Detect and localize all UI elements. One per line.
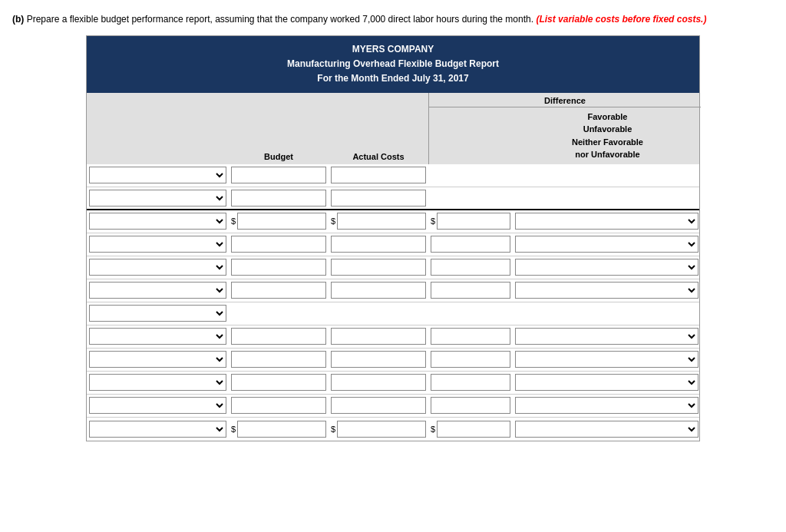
left-headers: Budget Actual Costs [87, 93, 428, 164]
desc-select[interactable] [89, 190, 226, 207]
actual-input[interactable] [331, 374, 426, 391]
diff-type-select[interactable]: FavorableUnfavorableNeither Favorable no… [515, 351, 698, 368]
dollar-sign: $ [331, 216, 335, 226]
diff-type-select[interactable]: FavorableUnfavorableNeither Favorable no… [515, 213, 698, 230]
actual-input[interactable] [337, 421, 426, 438]
diff-amount-input[interactable] [431, 328, 510, 345]
diff-amount-input[interactable] [431, 374, 510, 391]
table-row: FavorableUnfavorableNeither Favorable no… [87, 395, 699, 418]
desc-cell [87, 326, 229, 346]
budget-input[interactable] [237, 213, 326, 230]
budget-input[interactable] [231, 351, 326, 368]
budget-input[interactable] [231, 259, 326, 276]
desc-select[interactable] [89, 351, 226, 368]
actual-input[interactable] [331, 259, 426, 276]
diff-type-select[interactable]: FavorableUnfavorableNeither Favorable no… [515, 397, 698, 414]
actual-cell [329, 188, 428, 208]
budget-input[interactable] [231, 397, 326, 414]
budget-cell: $ [229, 211, 329, 231]
diff-amount-input[interactable] [437, 421, 510, 438]
budget-input[interactable] [231, 328, 326, 345]
diff-amount-cell: $ [428, 419, 513, 439]
diff-type-cell: FavorableUnfavorableNeither Favorable no… [513, 257, 701, 277]
budget-input[interactable] [231, 167, 326, 183]
diff-type-cell: FavorableUnfavorableNeither Favorable no… [513, 395, 701, 415]
diff-amount-input[interactable] [431, 282, 510, 299]
dollar-sign: $ [331, 425, 335, 434]
diff-amount-input[interactable] [431, 236, 510, 253]
diff-type-select[interactable]: FavorableUnfavorableNeither Favorable no… [515, 236, 698, 253]
diff-amount-input[interactable] [437, 213, 510, 230]
diff-type-cell [513, 312, 701, 315]
desc-select[interactable] [89, 236, 226, 253]
table-row: $$$FavorableUnfavorableNeither Favorable… [87, 418, 699, 441]
budget-input[interactable] [231, 236, 326, 253]
diff-type-cell: FavorableUnfavorableNeither Favorable no… [513, 419, 701, 439]
desc-select[interactable] [89, 213, 226, 230]
desc-select[interactable] [89, 397, 226, 414]
desc-select[interactable] [89, 374, 226, 391]
diff-amount-cell [428, 173, 513, 177]
actual-cell [329, 349, 428, 369]
table-row: FavorableUnfavorableNeither Favorable no… [87, 349, 699, 372]
desc-cell [87, 188, 229, 208]
budget-input[interactable] [231, 282, 326, 299]
diff-type-select[interactable]: FavorableUnfavorableNeither Favorable no… [515, 328, 698, 345]
desc-select[interactable] [89, 282, 226, 299]
diff-type-cell: FavorableUnfavorableNeither Favorable no… [513, 372, 701, 392]
diff-amount-cell: $ [428, 211, 513, 231]
desc-cell [87, 165, 229, 185]
budget-input[interactable] [231, 374, 326, 391]
actual-input[interactable] [331, 282, 426, 299]
actual-input[interactable] [331, 351, 426, 368]
desc-select[interactable] [89, 305, 226, 322]
diff-type-select[interactable]: FavorableUnfavorableNeither Favorable no… [515, 421, 698, 438]
diff-amount-cell [428, 372, 513, 392]
desc-select[interactable] [89, 328, 226, 345]
budget-cell [229, 165, 329, 185]
diff-type-cell [513, 197, 701, 200]
report-title-line2: Manufacturing Overhead Flexible Budget R… [90, 57, 696, 71]
diff-type-cell: FavorableUnfavorableNeither Favorable no… [513, 280, 701, 300]
diff-type-select[interactable]: FavorableUnfavorableNeither Favorable no… [515, 374, 698, 391]
actual-cell [329, 372, 428, 392]
diff-amount-cell [428, 326, 513, 346]
table-row: $$$FavorableUnfavorableNeither Favorable… [87, 210, 699, 233]
diff-amount-input[interactable] [431, 397, 510, 414]
dollar-sign: $ [431, 425, 435, 434]
diff-type-select[interactable]: FavorableUnfavorableNeither Favorable no… [515, 259, 698, 276]
diff-type-cell: FavorableUnfavorableNeither Favorable no… [513, 211, 701, 231]
budget-cell [229, 326, 329, 346]
dollar-sign: $ [431, 216, 435, 226]
budget-cell [229, 349, 329, 369]
desc-select[interactable] [89, 421, 226, 438]
table-row [87, 302, 699, 325]
diff-amount-input[interactable] [431, 351, 510, 368]
column-headers: Budget Actual Costs Difference Favorable… [87, 93, 699, 164]
actual-input[interactable] [331, 328, 426, 345]
actual-input[interactable] [331, 167, 426, 183]
budget-cell [229, 234, 329, 254]
desc-select[interactable] [89, 259, 226, 276]
intro-text: Prepare a flexible budget performance re… [24, 14, 533, 25]
actual-input[interactable] [331, 190, 426, 207]
actual-cell: $ [329, 419, 428, 439]
diff-amount-cell [428, 197, 513, 200]
budget-cell [229, 395, 329, 415]
diff-type-select[interactable]: FavorableUnfavorableNeither Favorable no… [515, 282, 698, 299]
col-budget-header: Budget [229, 149, 329, 164]
diff-amount-input[interactable] [431, 259, 510, 276]
desc-select[interactable] [89, 167, 226, 183]
actual-input[interactable] [337, 213, 426, 230]
actual-input[interactable] [331, 397, 426, 414]
diff-amount-cell [428, 312, 513, 315]
actual-cell [329, 395, 428, 415]
report-header: MYERS COMPANY Manufacturing Overhead Fle… [87, 36, 699, 93]
desc-cell [87, 395, 229, 415]
budget-input[interactable] [237, 421, 326, 438]
budget-input[interactable] [231, 190, 326, 207]
actual-input[interactable] [331, 236, 426, 253]
emphasis-text: (List variable costs before fixed costs.… [533, 14, 706, 25]
report-title-line1: MYERS COMPANY [90, 42, 696, 57]
actual-cell [329, 165, 428, 185]
